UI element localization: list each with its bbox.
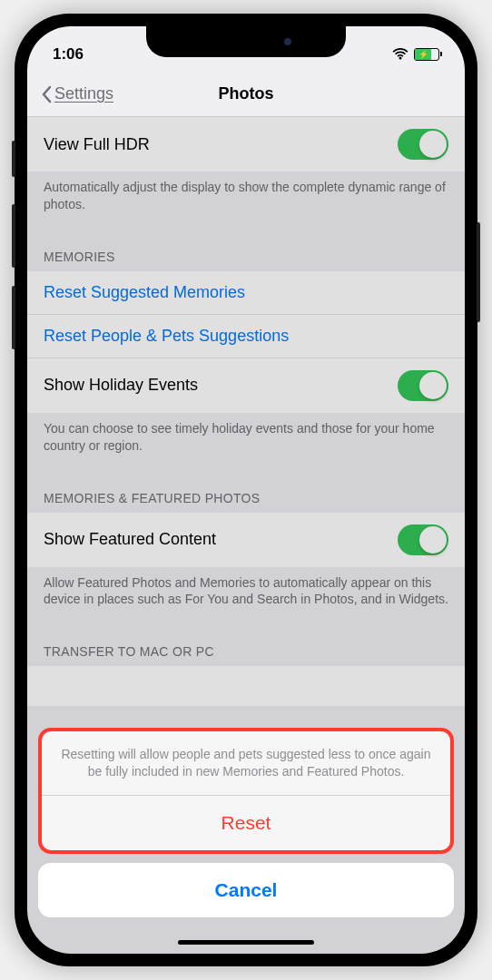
transfer-row[interactable] — [27, 666, 465, 706]
toggle-knob — [419, 526, 447, 554]
chevron-left-icon — [40, 85, 53, 103]
featured-footer: Allow Featured Photos and Memories to au… — [27, 567, 465, 627]
action-sheet: Resetting will allow people and pets sug… — [27, 719, 465, 954]
holiday-label: Show Holiday Events — [44, 376, 198, 395]
volume-down-button — [12, 286, 15, 349]
memories-header: MEMORIES — [27, 231, 465, 271]
wifi-icon — [392, 48, 408, 61]
view-full-hdr-row[interactable]: View Full HDR — [27, 117, 465, 172]
navigation-bar: Settings Photos — [27, 72, 465, 117]
back-label: Settings — [54, 84, 113, 103]
featured-header: MEMORIES & FEATURED PHOTOS — [27, 473, 465, 513]
action-sheet-message: Resetting will allow people and pets sug… — [42, 731, 450, 796]
content-area: View Full HDR Automatically adjust the d… — [27, 117, 465, 954]
hdr-footer: Automatically adjust the display to show… — [27, 172, 465, 231]
reset-people-label: Reset People & Pets Suggestions — [44, 327, 289, 346]
page-title: Photos — [219, 84, 274, 103]
power-button — [477, 222, 480, 322]
transfer-header: TRANSFER TO MAC OR PC — [27, 626, 465, 666]
hdr-label: View Full HDR — [44, 135, 150, 154]
reset-people-pets-row[interactable]: Reset People & Pets Suggestions — [27, 315, 465, 358]
reset-suggested-label: Reset Suggested Memories — [44, 283, 245, 302]
cancel-button[interactable]: Cancel — [38, 863, 454, 917]
reset-suggested-memories-row[interactable]: Reset Suggested Memories — [27, 271, 465, 315]
toggle-knob — [419, 372, 447, 399]
featured-label: Show Featured Content — [44, 530, 216, 549]
toggle-knob — [419, 131, 447, 158]
featured-toggle[interactable] — [398, 524, 448, 555]
camera-dot — [284, 38, 291, 45]
battery-icon: ⚡ — [414, 48, 439, 61]
status-time: 1:06 — [53, 45, 143, 64]
volume-up-button — [12, 204, 15, 268]
memories-footer: You can choose to see timely holiday eve… — [27, 413, 465, 473]
show-featured-content-row[interactable]: Show Featured Content — [27, 513, 465, 567]
mute-switch — [12, 141, 15, 177]
action-sheet-main: Resetting will allow people and pets sug… — [38, 728, 454, 854]
notch — [146, 26, 346, 57]
show-holiday-events-row[interactable]: Show Holiday Events — [27, 358, 465, 413]
back-button[interactable]: Settings — [40, 84, 113, 103]
hdr-toggle[interactable] — [398, 129, 448, 160]
home-indicator[interactable] — [178, 940, 314, 945]
status-icons: ⚡ — [349, 48, 439, 61]
holiday-toggle[interactable] — [398, 370, 448, 401]
screen: 1:06 ⚡ Settings Photos — [27, 26, 465, 954]
reset-button[interactable]: Reset — [42, 796, 450, 850]
phone-frame: 1:06 ⚡ Settings Photos — [15, 14, 477, 966]
